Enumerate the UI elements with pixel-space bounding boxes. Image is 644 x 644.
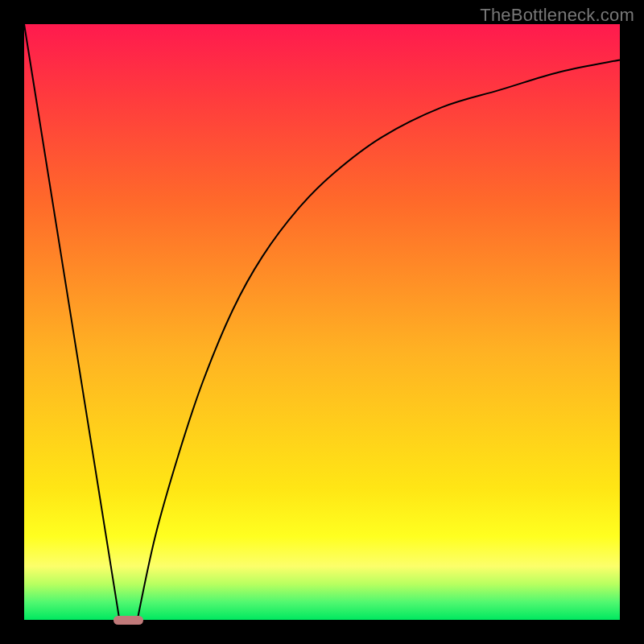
curve-left	[24, 24, 119, 620]
watermark-text: TheBottleneck.com	[480, 5, 634, 26]
min-marker	[114, 616, 143, 625]
curve-svg	[24, 24, 620, 620]
plot-area	[24, 24, 620, 620]
chart-frame: TheBottleneck.com	[0, 0, 644, 644]
curve-right	[138, 60, 620, 620]
